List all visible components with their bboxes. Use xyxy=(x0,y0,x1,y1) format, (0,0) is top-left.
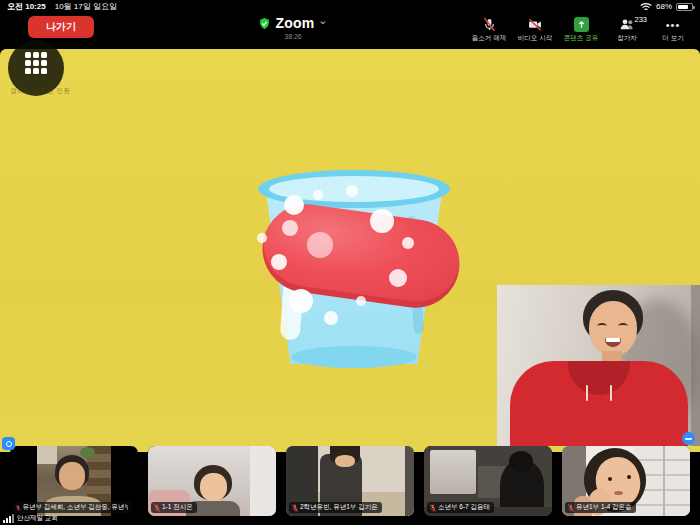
network-status: 안산제일 교회 xyxy=(3,514,58,523)
participant-tile[interactable]: 1-1 전시온 xyxy=(148,446,276,516)
meeting-toolbar: 나가기 Zoom ⌄ 38:26 xyxy=(0,13,700,49)
mic-muted-icon xyxy=(430,504,436,512)
mic-muted-icon xyxy=(16,504,21,512)
leave-meeting-button[interactable]: 나가기 xyxy=(28,16,94,38)
more-button[interactable]: ••• 더 보기 xyxy=(650,14,696,43)
bubble xyxy=(307,232,333,258)
mic-muted-icon xyxy=(568,504,574,512)
meeting-timer: 38:26 xyxy=(248,33,338,40)
battery-icon xyxy=(676,3,693,11)
participant-tile[interactable]: 유년부 김세희, 소년부 김찬웅, 유년부교사김유진 xyxy=(10,446,138,516)
meeting-title[interactable]: Zoom ⌄ 38:26 xyxy=(248,13,338,40)
bubble xyxy=(324,311,338,325)
circle-icon xyxy=(6,441,12,447)
participant-tile[interactable]: 소년부 6-7 김윤태 xyxy=(424,446,552,516)
network-label: 안산제일 교회 xyxy=(17,514,58,523)
participant-tile[interactable]: 유년1부 1-4 김은송 xyxy=(562,446,690,516)
zoom-app-window: 오전 10:25 10월 17일 일요일 68% 나가기 Zoom ⌄ xyxy=(0,0,700,525)
participants-icon xyxy=(619,16,635,33)
share-screen-icon xyxy=(574,16,589,33)
mic-muted-icon xyxy=(482,16,497,33)
red-hoodie xyxy=(510,361,688,446)
name-label: 1-1 전시온 xyxy=(151,502,197,513)
date: 10월 17일 일요일 xyxy=(55,1,117,12)
ipad-status-bar: 오전 10:25 10월 17일 일요일 68% xyxy=(0,0,700,13)
camera-off-icon xyxy=(527,16,543,33)
participants-button[interactable]: 233 참가자 xyxy=(604,14,650,43)
presenter-video[interactable] xyxy=(497,285,700,446)
share-content-button[interactable]: 콘텐츠 공유 xyxy=(558,14,604,43)
bubble xyxy=(370,209,394,233)
grid-icon xyxy=(25,52,47,74)
bubble xyxy=(289,289,313,313)
name-label: 소년부 6-7 김윤태 xyxy=(427,502,494,513)
bubble xyxy=(282,220,298,236)
minimize-thumbnails-button[interactable] xyxy=(682,432,695,445)
app-title: Zoom xyxy=(275,15,314,31)
bubble xyxy=(284,195,304,215)
gallery-view-hint: 갤러리 보기로 전환 xyxy=(6,86,74,95)
name-label: 유년부 김세희, 소년부 김찬웅, 유년부교사김유진 xyxy=(13,502,132,513)
mic-muted-icon xyxy=(154,504,160,512)
chevron-down-icon: ⌄ xyxy=(318,14,327,27)
bubble xyxy=(257,233,267,243)
clock: 오전 10:25 xyxy=(7,1,46,12)
bubble xyxy=(271,254,287,270)
security-shield-icon xyxy=(258,17,271,30)
presenter-face xyxy=(589,301,637,356)
bubble xyxy=(313,190,323,200)
start-video-button[interactable]: 비디오 시작 xyxy=(512,14,558,43)
name-label: 2학년유빈, 유년1부 김기은 xyxy=(289,502,382,513)
more-dots-icon: ••• xyxy=(666,16,681,33)
participant-count-badge: 233 xyxy=(634,15,647,24)
bubble xyxy=(356,296,366,306)
mic-muted-icon xyxy=(292,504,298,512)
battery-percent: 68% xyxy=(656,2,672,11)
wifi-icon xyxy=(640,2,652,12)
participant-tile[interactable]: 2학년유빈, 유년1부 김기은 xyxy=(286,446,414,516)
bubble xyxy=(346,185,358,197)
unmute-button[interactable]: 음소거 해제 xyxy=(466,14,512,43)
name-label: 유년1부 1-4 김은송 xyxy=(565,502,636,513)
signal-bars-icon xyxy=(3,514,14,523)
wall-edge xyxy=(691,285,700,446)
annotation-tool-button[interactable] xyxy=(2,437,15,450)
bubble xyxy=(402,237,414,249)
bubble xyxy=(389,269,407,287)
minus-icon xyxy=(685,438,692,440)
